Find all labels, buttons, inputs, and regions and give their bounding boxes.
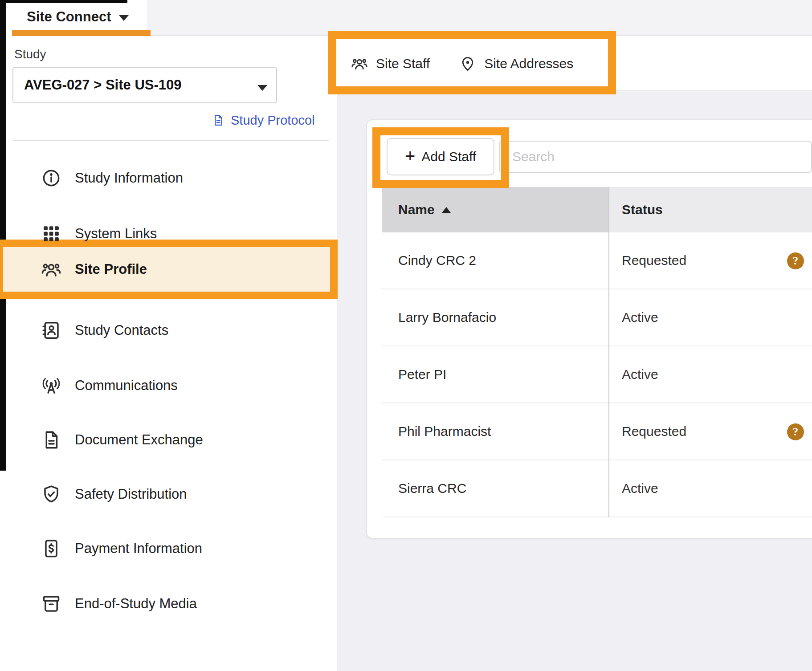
study-protocol-link[interactable]: Study Protocol [212, 111, 315, 129]
active-tab-underline [12, 30, 151, 36]
shield-check-icon [41, 484, 61, 504]
staff-name: Sierra CRC [382, 460, 608, 516]
tab-site-staff[interactable]: Site Staff [351, 55, 430, 72]
sidebar-item-label: Safety Distribution [75, 486, 187, 502]
sidebar-item-label: Document Exchange [75, 432, 203, 448]
table-row[interactable]: Peter PIActive [382, 346, 812, 403]
plus-icon [405, 149, 415, 165]
tab-site-addresses[interactable]: Site Addresses [459, 55, 573, 72]
sidebar-item-label: Communications [75, 378, 178, 394]
staff-name: Larry Bornafacio [382, 289, 608, 346]
people-icon [41, 259, 61, 280]
help-icon[interactable] [787, 252, 804, 269]
tab-site-connect[interactable]: Site Connect [6, 3, 147, 30]
people-icon [351, 55, 368, 72]
site-connect-label: Site Connect [27, 9, 111, 25]
sidebar-item-label: End-of-Study Media [75, 596, 197, 612]
sidebar-item-document-exchange[interactable]: Document Exchange [41, 418, 203, 462]
info-icon [41, 168, 61, 188]
sidebar-item-payment-information[interactable]: Payment Information [41, 526, 202, 571]
column-header-name[interactable]: Name [382, 187, 608, 232]
sidebar-item-label: Payment Information [75, 541, 202, 557]
table-row[interactable]: Larry BornafacioActive [382, 289, 812, 346]
content-tabs: Site StaffSite Addresses [351, 36, 573, 91]
contact-card-icon [41, 320, 61, 341]
sidebar-item-label: System Links [75, 226, 157, 242]
add-staff-button[interactable]: Add Staff [387, 138, 494, 175]
sidebar-item-site-profile[interactable]: Site Profile [41, 247, 147, 292]
sidebar-divider [13, 140, 329, 141]
tab-label: Site Staff [376, 56, 430, 71]
sidebar-item-study-information[interactable]: Study Information [41, 156, 183, 200]
window-edge-strip-top [0, 0, 127, 3]
table-row[interactable]: Cindy CRC 2Requested [382, 232, 812, 289]
grid-icon [41, 224, 61, 244]
column-header-status[interactable]: Status [609, 187, 812, 232]
archive-icon [41, 594, 61, 614]
add-staff-label: Add Staff [421, 149, 476, 164]
sidebar-item-communications[interactable]: Communications [41, 363, 178, 408]
window-edge-strip-left [0, 0, 6, 471]
top-bar-background [147, 0, 812, 36]
payment-icon [41, 538, 61, 559]
chevron-down-icon [257, 85, 267, 91]
study-selector-value: AVEG-027 > Site US-109 [24, 77, 182, 93]
staff-status: Requested [608, 403, 812, 460]
staff-status: Active [608, 289, 812, 346]
staff-status: Active [608, 460, 812, 516]
sidebar-item-safety-distribution[interactable]: Safety Distribution [41, 472, 187, 516]
column-divider [608, 187, 609, 517]
sidebar-item-label: Site Profile [75, 261, 147, 277]
staff-name: Phil Pharmacist [382, 403, 608, 460]
staff-status: Requested [608, 232, 812, 289]
search-input[interactable] [499, 141, 812, 173]
document-icon [41, 430, 61, 450]
sidebar-item-label: Study Information [75, 170, 183, 186]
sidebar-item-end-of-study-media[interactable]: End-of-Study Media [41, 582, 197, 626]
tab-label: Site Addresses [484, 56, 573, 71]
column-label: Status [622, 202, 663, 217]
study-protocol-label: Study Protocol [231, 113, 315, 128]
sidebar-item-study-contacts[interactable]: Study Contacts [41, 308, 168, 353]
study-selector[interactable]: AVEG-027 > Site US-109 [12, 67, 277, 103]
column-label: Name [398, 202, 435, 217]
study-field-label: Study [14, 47, 46, 61]
table-row[interactable]: Sierra CRCActive [382, 460, 812, 517]
staff-table-body: Cindy CRC 2RequestedLarry BornafacioActi… [382, 232, 812, 517]
sidebar-item-label: Study Contacts [75, 322, 168, 338]
staff-name: Peter PI [382, 346, 608, 403]
staff-status: Active [608, 346, 812, 403]
antenna-icon [41, 375, 61, 396]
help-icon[interactable] [787, 423, 804, 440]
pin-icon [459, 55, 476, 72]
table-row[interactable]: Phil PharmacistRequested [382, 403, 812, 460]
staff-name: Cindy CRC 2 [382, 232, 608, 289]
sort-ascending-icon [442, 207, 451, 213]
chevron-down-icon [119, 15, 129, 21]
document-icon [212, 112, 224, 128]
